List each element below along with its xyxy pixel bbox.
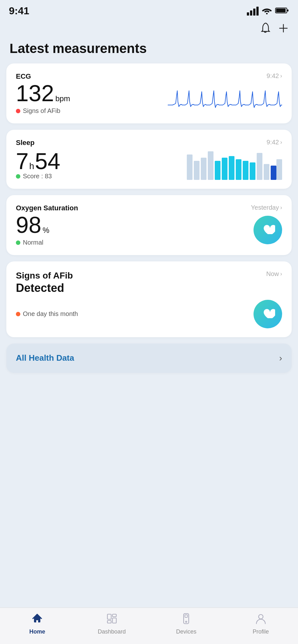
svg-point-0 [266,13,268,14]
page-title: Latest measurements [10,41,288,56]
nav-home-label: Home [29,628,45,635]
svg-rect-25 [185,615,187,617]
signal-icon [247,7,259,16]
nav-profile-label: Profile [253,628,269,635]
sleep-status-dot [16,174,20,179]
afib-status: One day this month [16,310,254,318]
svg-point-26 [186,621,187,622]
sleep-label: Sleep [16,139,35,147]
all-health-data-card[interactable]: All Health Data › [6,344,292,373]
nav-devices[interactable]: Devices [167,613,205,635]
svg-rect-9 [208,151,213,180]
devices-icon [180,613,192,627]
notification-bell-icon[interactable] [260,23,271,36]
oxygen-card[interactable]: Oxygen Saturation Yesterday › 98 % Norma… [6,195,292,255]
cards-container: ECG 9:42 › 132 bpm Signs of AFib [0,63,298,373]
ecg-unit: bpm [55,94,70,103]
ecg-value: 132 [16,82,54,105]
oxygen-unit: % [43,226,49,235]
afib-time: Now › [266,270,282,278]
sleep-time: 9:42 › [267,139,282,146]
nav-dashboard-label: Dashboard [98,628,126,635]
dashboard-icon [106,613,118,627]
svg-rect-20 [107,614,111,619]
home-icon [31,613,43,627]
svg-rect-13 [236,159,241,180]
sleep-chart [187,148,282,180]
status-icons [247,7,289,16]
nav-profile[interactable]: Profile [242,613,280,635]
svg-rect-11 [222,158,227,180]
ecg-card[interactable]: ECG 9:42 › 132 bpm Signs of AFib [6,63,292,123]
svg-rect-2 [276,9,286,12]
ecg-time: 9:42 › [267,72,282,80]
oxygen-value: 98 [16,214,41,236]
afib-heart-icon [254,300,282,328]
status-time: 9:41 [9,5,29,17]
ecg-label: ECG [16,72,31,81]
nav-devices-label: Devices [176,628,196,635]
ecg-status-dot [16,109,20,113]
svg-rect-18 [271,166,276,180]
sleep-card[interactable]: Sleep 9:42 › 7 h 54 Score : 83 [6,130,292,189]
svg-rect-12 [229,156,234,180]
svg-rect-21 [112,614,116,617]
all-health-chevron: › [279,353,282,363]
all-health-label: All Health Data [16,353,74,363]
nav-dashboard[interactable]: Dashboard [93,613,131,635]
svg-rect-6 [187,154,193,180]
svg-rect-16 [257,153,262,180]
nav-home[interactable]: Home [18,613,56,635]
oxygen-label: Oxygen Saturation [16,204,78,212]
svg-rect-7 [194,161,200,180]
add-icon[interactable] [278,23,288,36]
svg-rect-10 [215,161,220,180]
svg-rect-23 [107,621,111,623]
ecg-status: Signs of AFib [16,107,168,115]
battery-icon [275,7,289,16]
status-bar: 9:41 [0,0,298,19]
oxygen-status: Normal [16,239,254,246]
svg-rect-19 [276,159,282,180]
svg-rect-3 [287,10,288,11]
svg-rect-15 [250,162,255,180]
sleep-status: Score : 83 [16,173,187,180]
sleep-value: 7 h 54 [16,150,187,173]
oxygen-heart-icon [254,216,282,244]
oxygen-time: Yesterday › [251,204,282,211]
header [0,19,298,38]
bottom-nav: Home Dashboard Devices [0,608,298,644]
svg-rect-8 [201,158,207,180]
svg-rect-17 [264,164,269,180]
afib-status-dot [16,312,20,316]
svg-rect-22 [112,618,116,623]
page-title-section: Latest measurements [0,38,298,63]
svg-rect-14 [243,161,248,180]
profile-icon [255,613,267,627]
svg-point-27 [259,614,263,619]
afib-label: Signs of AFib Detected [16,270,73,295]
afib-card[interactable]: Signs of AFib Detected Now › One day thi… [6,261,292,337]
ecg-chart [168,89,282,115]
wifi-icon [262,7,272,16]
oxygen-status-dot [16,240,20,245]
